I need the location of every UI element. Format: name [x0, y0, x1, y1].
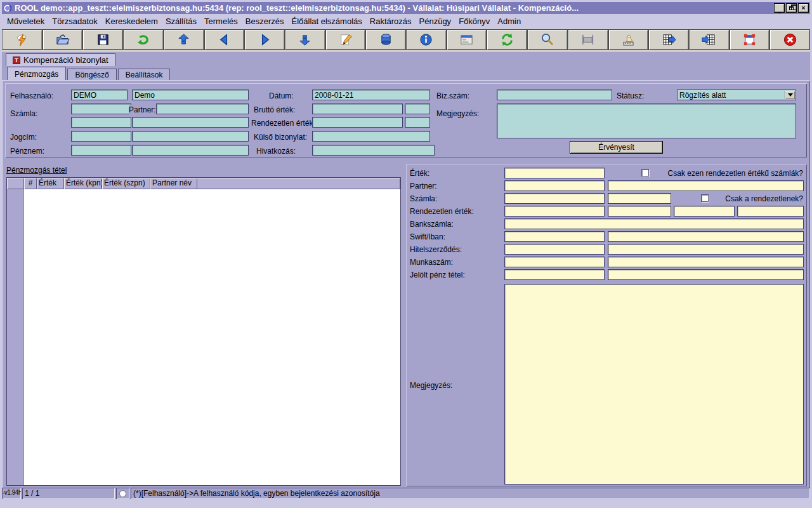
rendezetlen-penznem-input[interactable]	[405, 117, 430, 128]
menu-torzsadatok[interactable]: Törzsadatok	[48, 15, 102, 27]
detail-rendezetlen-input-2[interactable]	[608, 206, 671, 217]
undo-button[interactable]	[123, 29, 164, 50]
detail-munkaszam-input-1[interactable]	[504, 257, 605, 267]
csak-rendezetlenek-checkbox[interactable]	[701, 194, 709, 202]
felhasznalo-code-input[interactable]	[71, 90, 128, 100]
detail-partner-name-input[interactable]	[608, 180, 804, 191]
menu-szallitas[interactable]: Szállítás	[162, 15, 200, 27]
undo-arrow-icon	[136, 32, 150, 47]
table-import-button[interactable]	[689, 29, 730, 50]
szamla-input-1[interactable]	[71, 104, 131, 114]
keyboard-entry-icon	[621, 32, 636, 47]
detail-rendezetlen-input-3[interactable]	[674, 206, 735, 217]
penzmozgas-tetel-table[interactable]: # Érték Érték (kpn) Érték (szpn) Partner…	[6, 177, 401, 486]
tab-penzmozgas[interactable]: Pénzmozgás	[7, 67, 66, 80]
brutto-ertek-input[interactable]	[312, 104, 403, 114]
col-header-ertek[interactable]: Érték	[37, 178, 64, 189]
menu-admin[interactable]: Admin	[494, 15, 525, 27]
detail-szamla-input-1[interactable]	[504, 193, 605, 204]
menu-termeles[interactable]: Termelés	[200, 15, 242, 27]
col-header-num[interactable]: #	[24, 178, 37, 189]
jogcim-code-input[interactable]	[71, 131, 131, 142]
detail-hitel-input-1[interactable]	[504, 244, 605, 255]
detail-hitel-input-2[interactable]	[608, 244, 804, 255]
form-window-button[interactable]	[447, 29, 487, 50]
statusz-dropdown[interactable]: Rögzítés alatt	[677, 90, 796, 100]
menu-penzugy[interactable]: Pénzügy	[416, 15, 455, 27]
penznem-code-input[interactable]	[71, 145, 131, 156]
cancel-button[interactable]	[769, 29, 810, 50]
open-button[interactable]	[43, 29, 83, 50]
detail-jelolt-input-1[interactable]	[504, 269, 605, 280]
detail-jelolt-input-2[interactable]	[608, 269, 804, 280]
nav-next-button[interactable]	[244, 29, 285, 50]
col-header-partner-nev[interactable]: Partner név	[150, 178, 197, 189]
database-button[interactable]	[365, 29, 406, 50]
detail-szamla-input-2[interactable]	[608, 193, 671, 204]
fullscreen-button[interactable]	[730, 29, 770, 50]
detail-bankszamla-input[interactable]	[504, 218, 804, 229]
szamla-nev-input[interactable]	[132, 117, 249, 128]
keyboard-entry-button[interactable]	[608, 29, 649, 50]
row-selector-header	[7, 178, 24, 189]
bizszam-input[interactable]	[497, 90, 612, 100]
statusz-label: Státusz:	[617, 91, 644, 100]
save-button[interactable]	[82, 29, 123, 50]
brutto-penznem-input[interactable]	[405, 104, 430, 114]
close-button[interactable]: ×	[798, 3, 809, 13]
csak-rendezetlenek-label: Csak a rendezetlenek?	[717, 194, 803, 203]
detail-ertek-input[interactable]	[504, 168, 605, 178]
rendezetlen-ertek-input[interactable]	[312, 117, 403, 128]
menu-kereskedelem[interactable]: Kereskedelem	[102, 15, 162, 27]
edit-button[interactable]	[325, 29, 366, 50]
detail-partner-code-input[interactable]	[504, 180, 605, 191]
menu-raktarozas[interactable]: Raktározás	[366, 15, 416, 27]
felhasznalo-name-input[interactable]	[132, 90, 249, 100]
detail-megjegyzes-textarea[interactable]	[504, 284, 804, 485]
megjegyzes-textarea[interactable]	[497, 104, 796, 138]
partner-input[interactable]	[156, 104, 249, 114]
detail-swift-input-2[interactable]	[608, 231, 804, 242]
title-bar[interactable]: ROOL demo::app_teszt::elelmiszerbiztonsa…	[2, 2, 810, 14]
hivatkozas-input[interactable]	[312, 145, 435, 156]
detail-rendezetlen-input-4[interactable]	[737, 206, 804, 217]
tab-kompenzacio-bizonylat[interactable]: T Kompenzáció bizonylat	[6, 53, 115, 66]
table-header-row: # Érték Érték (kpn) Érték (szpn) Partner…	[7, 178, 400, 189]
col-header-ertek-szpn[interactable]: Érték (szpn)	[102, 178, 150, 189]
penzmozgas-tetel-link[interactable]: Pénzmozgás tétel	[6, 166, 67, 175]
double-up-arrow-icon	[176, 32, 191, 47]
menu-eloallat-elszamolas[interactable]: Élőállat elszámolás	[288, 15, 366, 27]
search-button[interactable]	[527, 29, 568, 50]
menu-muveletek[interactable]: Műveletek	[3, 15, 48, 27]
info-button[interactable]	[406, 29, 447, 50]
right-arrow-icon	[258, 32, 272, 47]
statusz-dropdown-button[interactable]	[785, 91, 795, 99]
nav-last-button[interactable]	[285, 29, 325, 50]
kulso-bizonylat-input[interactable]	[312, 131, 430, 142]
run-button[interactable]	[2, 29, 43, 50]
restore-button[interactable]	[786, 3, 797, 13]
table-export-button[interactable]	[648, 29, 689, 50]
refresh-button[interactable]	[487, 29, 527, 50]
csak-rendezetlen-ertek-checkbox[interactable]	[641, 169, 649, 177]
menu-fokonyv[interactable]: Főkönyv	[455, 15, 494, 27]
detail-rendezetlen-input-1[interactable]	[504, 206, 605, 217]
tab-beallitasok[interactable]: Beállítások	[118, 69, 171, 80]
range-button[interactable]	[568, 29, 608, 50]
menu-beszerzes[interactable]: Beszerzés	[242, 15, 288, 27]
minimize-icon: _	[778, 7, 782, 13]
restore-icon	[789, 6, 794, 10]
penznem-nev-input[interactable]	[132, 145, 249, 156]
datum-input[interactable]	[312, 90, 430, 100]
jogcim-nev-input[interactable]	[132, 131, 249, 142]
detail-hitel-label: Hitelszerződés:	[410, 245, 462, 254]
detail-swift-input-1[interactable]	[504, 231, 605, 242]
szamla-input-2[interactable]	[71, 117, 131, 128]
nav-prev-button[interactable]	[204, 29, 245, 50]
ervenyesit-button[interactable]: Érvényesít	[570, 141, 663, 154]
nav-first-button[interactable]	[164, 29, 204, 50]
col-header-ertek-kpn[interactable]: Érték (kpn)	[64, 178, 102, 189]
tab-bongeszo[interactable]: Böngésző	[67, 69, 116, 80]
detail-munkaszam-input-2[interactable]	[608, 257, 804, 267]
minimize-button[interactable]: _	[774, 3, 785, 13]
